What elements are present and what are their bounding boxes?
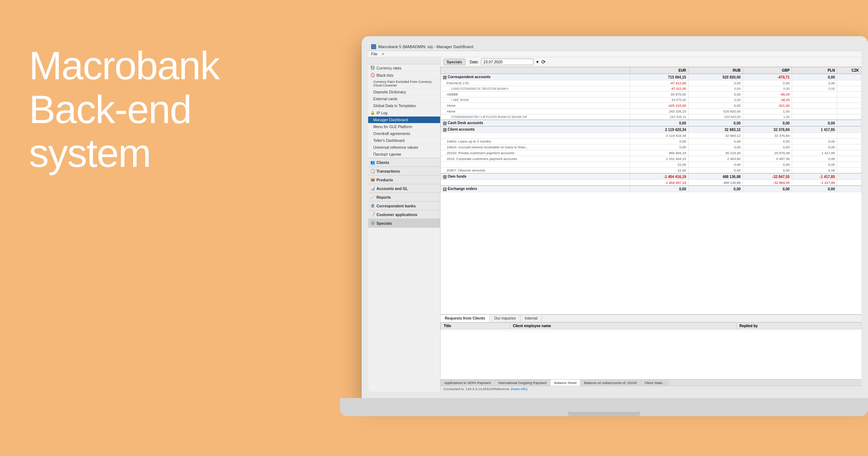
row-label: 2010: Corporate customers payment accoun…: [441, 156, 630, 162]
reports-icon: 📈: [370, 195, 375, 199]
row-val-gbp: 0,00: [743, 120, 792, 126]
accounts-icon: 📊: [370, 186, 375, 191]
table-row: -Client accounts 2 119 420,34 32 683,12 …: [441, 126, 861, 133]
nav-group-transactions: 📋 Transactions: [368, 167, 440, 176]
menu-file[interactable]: File: [371, 52, 378, 56]
row-val-czk: [837, 97, 861, 103]
row-val-eur: 1 152 404,15: [630, 156, 689, 162]
bottom-panel: Requests from Clients Our inquiries Inte…: [441, 314, 861, 379]
sidebar-label: Currency Pairs Excluded From Currency Cl…: [373, 80, 437, 87]
col-header-rub: RUB: [689, 67, 743, 74]
row-val-czk: [837, 133, 861, 139]
row-val-gbp: -470,71: [743, 74, 792, 80]
row-val-pln: 0,00: [792, 80, 837, 86]
sidebar-item-ip-log[interactable]: 🔒 IP Log: [368, 109, 440, 117]
row-val-czk: [837, 139, 861, 144]
sidebar-label: Black lists: [376, 73, 393, 77]
strip-tab-balance-sheet[interactable]: Balance Sheet: [550, 380, 580, 386]
collapse-icon[interactable]: +: [443, 187, 447, 191]
nav-group-clients: 👥 Clients: [368, 158, 440, 167]
strip-tab-client-state[interactable]: Client State...: [641, 380, 669, 386]
sidebar-item-menu-gle[interactable]: Menu for GLE Platform: [368, 123, 440, 130]
row-val-rub: 0,00: [689, 186, 743, 192]
nav-group-label: Specials: [376, 221, 392, 225]
sidebar-item-deposits[interactable]: Deposits Dictionary: [368, 89, 440, 96]
row-val-pln: [792, 133, 837, 139]
sidebar-item-passport[interactable]: Паспорт сделки: [368, 151, 440, 158]
row-val-gbp: -321,00: [743, 103, 792, 109]
table-row: 1168170700009274 / BOSTON BANKA -47 412,…: [441, 86, 861, 92]
sidebar-specials-group: 💱 Currency rates 🚫 Black lists Currency …: [368, 64, 440, 158]
row-val-gbp: 0,00: [743, 144, 792, 150]
menu-more[interactable]: >: [382, 52, 384, 56]
sidebar-item-black-lists[interactable]: 🚫 Black lists: [368, 72, 440, 79]
strip-tab-balance-subaccounts[interactable]: Balance on subaccounts of: 20100: [580, 380, 641, 386]
data-area[interactable]: EUR RUB GBP PLN CZK: [441, 67, 861, 314]
nav-group-transactions-header[interactable]: 📋 Transactions: [368, 167, 440, 175]
collapse-icon[interactable]: -: [443, 122, 447, 125]
bottom-table-body: [441, 329, 861, 331]
row-val-pln: [792, 109, 837, 114]
nav-group-reports-header[interactable]: 📈 Reports: [368, 193, 440, 201]
date-group: Date: ▼ ⟳: [470, 59, 546, 65]
table-row: [441, 329, 861, 331]
nav-group-customer-apps-header[interactable]: 📝 Customer applications: [368, 210, 440, 219]
nav-group-correspondent-header[interactable]: 🏦 Correspondent banks: [368, 202, 440, 210]
tab-internal[interactable]: Internal: [520, 315, 542, 322]
sidebar-label: Currency rates: [376, 66, 401, 70]
refresh-button[interactable]: ⟳: [541, 59, 546, 65]
row-val-gbp: 1,00: [743, 114, 792, 120]
bottom-tabs: Requests from Clients Our inquiries Inte…: [441, 315, 861, 322]
collapse-icon[interactable]: -: [443, 76, 447, 79]
sidebar-item-external-cards[interactable]: External cards: [368, 96, 440, 102]
row-val-eur: 966 994,19: [630, 150, 689, 156]
row-val-czk: [837, 92, 861, 97]
row-val-gbp: 32 376,84: [743, 133, 792, 139]
collapse-icon[interactable]: -: [443, 128, 447, 132]
col-replied-by: Replied by: [736, 323, 861, 329]
row-val-eur: 2 119 420,34: [630, 126, 689, 133]
row-label: 10603: Accrued interest receivable on lo…: [441, 144, 630, 150]
col-header-eur: EUR: [630, 67, 689, 74]
specials-button[interactable]: Specials: [443, 59, 465, 65]
table-row: 22,00 0,00 0,00 0,00: [441, 162, 861, 168]
transactions-icon: 📋: [370, 169, 375, 173]
sidebar-item-currency-pairs[interactable]: Currency Pairs Excluded From Currency Cl…: [368, 79, 440, 89]
toolbar: Specials Date: ▼ ⟳: [441, 57, 861, 67]
nav-group-accounts-header[interactable]: 📊 Accounts and GL: [368, 184, 440, 193]
date-input[interactable]: [481, 59, 533, 65]
sidebar-item-universal-ref[interactable]: Universal reference values: [368, 144, 440, 151]
row-val-rub: 520 820,00: [689, 74, 743, 80]
sidebar-item-manager-dashboard[interactable]: Manager Dashboard: [368, 117, 440, 123]
row-label: -Correspondent accounts: [441, 74, 630, 80]
row-label: -Cash Desk accounts: [441, 120, 630, 126]
tab-our-inquiries[interactable]: Our inquiries: [490, 315, 520, 322]
nav-group-products-header[interactable]: 📦 Products: [368, 176, 440, 184]
sidebar-item-global-data[interactable]: Global Data In Templates: [368, 102, 440, 109]
sidebar-label: Menu for GLE Platform: [373, 124, 412, 129]
sidebar-item-currency-rates[interactable]: 💱 Currency rates: [368, 64, 440, 72]
strip-tab-international[interactable]: International Outgoing Payment: [495, 380, 551, 386]
more-info-link[interactable]: (more info): [511, 387, 527, 391]
row-val-rub: 0,00: [689, 139, 743, 144]
nav-group-specials-header[interactable]: ⚙️ Specials: [368, 219, 440, 227]
ip-log-icon: 🔒: [370, 110, 375, 115]
nav-group-specials: ⚙️ Specials: [368, 219, 440, 228]
nav-group-clients-header[interactable]: 👥 Clients: [368, 158, 440, 166]
collapse-icon[interactable]: -: [443, 175, 447, 179]
tab-requests-from-clients[interactable]: Requests from Clients: [441, 315, 490, 322]
app-window: Macrobank 5 (MABADMIN: sa) - Manager Das…: [368, 43, 861, 392]
sidebar-item-teller[interactable]: Teller's Dashboard: [368, 137, 440, 144]
date-dropdown-icon[interactable]: ▼: [536, 60, 539, 64]
sidebar-item-overdraft[interactable]: Overdraft agreements: [368, 130, 440, 137]
sidebar-label: Global Data In Templates: [373, 104, 416, 108]
app-icon: [371, 44, 376, 49]
nav-group-label: Reports: [376, 195, 391, 199]
row-val-rub: 0,00: [689, 97, 743, 103]
table-row: 10603: Accrued interest receivable on lo…: [441, 144, 861, 150]
table-row: Akme -425 215,00 0,00 -321,00: [441, 103, 861, 109]
strip-tab-sepa[interactable]: Applications to SEPA Payment: [441, 380, 495, 386]
row-val-pln: 0,00: [792, 144, 837, 150]
app-body: 💱 Currency rates 🚫 Black lists Currency …: [368, 57, 861, 392]
row-val-rub: 520 820,00: [689, 109, 743, 114]
